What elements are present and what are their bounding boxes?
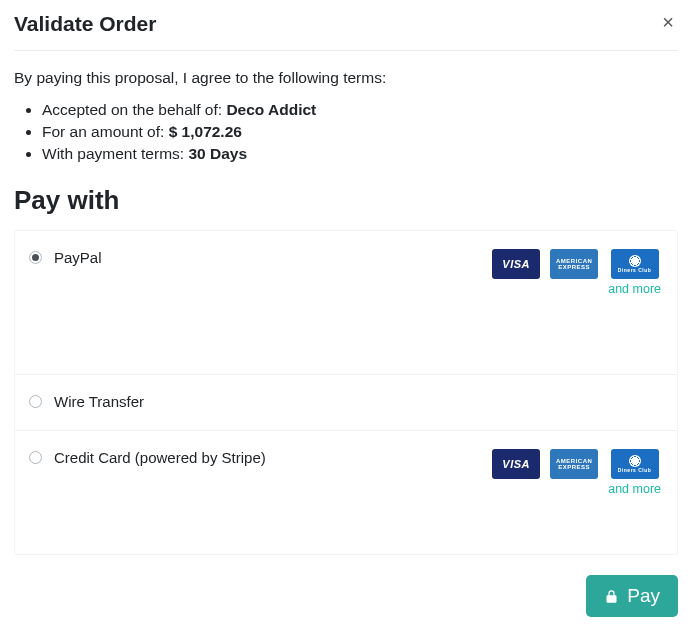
validate-order-dialog: Validate Order × By paying this proposal… [0,0,692,631]
card-icons: VISA AMERICANEXPRESS Diners Club and mor… [492,449,661,496]
dialog-footer: Pay [14,575,678,617]
term-payment-terms: With payment terms: 30 Days [42,145,678,163]
radio-stripe[interactable] [29,451,42,464]
visa-icon: VISA [492,449,540,479]
term-accepted: Accepted on the behalf of: Deco Addict [42,101,678,119]
card-icons: VISA AMERICANEXPRESS Diners Club and mor… [492,249,661,296]
amex-icon: AMERICANEXPRESS [550,449,598,479]
terms-list: Accepted on the behalf of: Deco Addict F… [42,101,678,163]
lock-icon [604,588,619,605]
payment-method-label: Credit Card (powered by Stripe) [54,449,266,466]
pay-button[interactable]: Pay [586,575,678,617]
amex-icon: AMERICANEXPRESS [550,249,598,279]
dialog-header: Validate Order × [14,12,678,51]
radio-wire[interactable] [29,395,42,408]
and-more-link[interactable]: and more [608,482,661,496]
payment-method-paypal[interactable]: PayPal VISA AMERICANEXPRESS Diners Club … [15,231,677,375]
payment-method-label: PayPal [54,249,102,266]
payment-method-stripe[interactable]: Credit Card (powered by Stripe) VISA AME… [15,431,677,554]
pay-button-label: Pay [627,585,660,607]
diners-icon: Diners Club [611,449,659,479]
payment-method-label: Wire Transfer [54,393,144,410]
term-amount: For an amount of: $ 1,072.26 [42,123,678,141]
payment-method-wire[interactable]: Wire Transfer [15,375,677,431]
close-icon[interactable]: × [658,12,678,32]
pay-with-heading: Pay with [14,185,678,216]
diners-icon: Diners Club [611,249,659,279]
terms-intro: By paying this proposal, I agree to the … [14,69,678,87]
and-more-link[interactable]: and more [608,282,661,296]
dialog-title: Validate Order [14,12,156,36]
payment-methods: PayPal VISA AMERICANEXPRESS Diners Club … [14,230,678,555]
radio-paypal[interactable] [29,251,42,264]
visa-icon: VISA [492,249,540,279]
